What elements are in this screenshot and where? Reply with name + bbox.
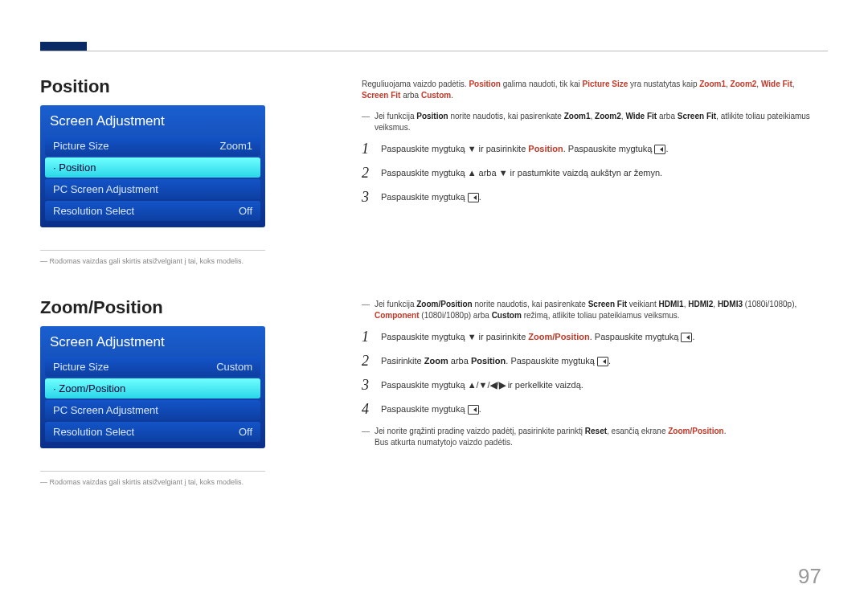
step-number: 4 bbox=[362, 402, 381, 416]
footnote-divider bbox=[40, 471, 265, 472]
menu-row-position[interactable]: · Position bbox=[45, 157, 260, 178]
triangle-up-icon: ▲ bbox=[468, 379, 477, 391]
menu-row-zoom-position[interactable]: · Zoom/Position bbox=[45, 378, 260, 398]
footnote: Rodomas vaizdas gali skirtis atsižvelgia… bbox=[40, 478, 281, 486]
right-column: Reguliuojama vaizdo padėtis. Position ga… bbox=[362, 79, 820, 456]
menu-row-picture-size[interactable]: Picture Size Custom bbox=[45, 357, 260, 377]
menu-row-pc-screen[interactable]: PC Screen Adjustment bbox=[45, 400, 260, 420]
step: 3 Paspauskite mygtuką ▲/▼/◀/▶ ir perkelk… bbox=[362, 378, 820, 392]
step: 1 Paspauskite mygtuką ▼ ir pasirinkite P… bbox=[362, 141, 820, 156]
footnote-divider bbox=[40, 250, 265, 251]
menu-value: Off bbox=[239, 426, 252, 438]
menu-zoom-position: Screen Adjustment Picture Size Custom · … bbox=[40, 326, 265, 448]
enter-icon bbox=[468, 405, 479, 415]
step: 4 Paspauskite mygtuką . bbox=[362, 402, 820, 416]
page-number: 97 bbox=[798, 564, 821, 589]
step-number: 3 bbox=[362, 378, 381, 392]
step-number: 2 bbox=[362, 166, 381, 180]
step-number: 1 bbox=[362, 329, 381, 344]
menu-value: Off bbox=[239, 205, 252, 217]
step-number: 1 bbox=[362, 141, 381, 156]
footnote: Rodomas vaizdas gali skirtis atsižvelgia… bbox=[40, 257, 281, 265]
dash-note: Jei funkcija Zoom/Position norite naudot… bbox=[362, 299, 820, 321]
triangle-up-icon: ▲ bbox=[468, 167, 477, 179]
step: 2 Pasirinkite Zoom arba Position. Paspau… bbox=[362, 353, 820, 368]
step: 2 Paspauskite mygtuką ▲ arba ▼ ir pastum… bbox=[362, 166, 820, 180]
top-accent-bar bbox=[40, 42, 87, 51]
menu-label: PC Screen Adjustment bbox=[53, 404, 158, 416]
menu-label: PC Screen Adjustment bbox=[53, 183, 158, 195]
menu-label: Picture Size bbox=[53, 140, 108, 152]
enter-icon bbox=[681, 333, 692, 342]
intro-paragraph: Reguliuojama vaizdo padėtis. Position ga… bbox=[362, 79, 820, 101]
step-text: Paspauskite mygtuką . bbox=[381, 190, 481, 203]
triangle-down-icon: ▼ bbox=[499, 167, 508, 179]
menu-label: · Zoom/Position bbox=[53, 382, 125, 394]
triangle-left-icon: ◀ bbox=[490, 379, 497, 391]
step-text: Paspauskite mygtuką ▼ ir pasirinkite Pos… bbox=[381, 141, 669, 155]
menu-label: Resolution Select bbox=[53, 205, 134, 217]
left-column: Position Screen Adjustment Picture Size … bbox=[40, 76, 281, 486]
top-divider bbox=[40, 51, 828, 51]
step-text: Paspauskite mygtuką ▼ ir pasirinkite Zoo… bbox=[381, 329, 695, 343]
triangle-down-icon: ▼ bbox=[468, 331, 477, 343]
menu-label: · Position bbox=[53, 161, 96, 174]
menu-position: Screen Adjustment Picture Size Zoom1 · P… bbox=[40, 105, 265, 227]
menu-header: Screen Adjustment bbox=[40, 326, 265, 357]
menu-header: Screen Adjustment bbox=[40, 105, 265, 136]
step-text: Paspauskite mygtuką ▲/▼/◀/▶ ir perkelkit… bbox=[381, 378, 583, 391]
enter-icon bbox=[468, 193, 479, 202]
triangle-down-icon: ▼ bbox=[468, 143, 477, 155]
step: 1 Paspauskite mygtuką ▼ ir pasirinkite Z… bbox=[362, 329, 820, 344]
triangle-right-icon: ▶ bbox=[499, 379, 506, 391]
step-text: Paspauskite mygtuką ▲ arba ▼ ir pastumki… bbox=[381, 166, 662, 179]
menu-row-pc-screen[interactable]: PC Screen Adjustment bbox=[45, 179, 260, 199]
menu-value: Custom bbox=[216, 361, 252, 373]
section-title-zoom-position: Zoom/Position bbox=[40, 297, 281, 318]
triangle-down-icon: ▼ bbox=[479, 379, 488, 391]
menu-label: Resolution Select bbox=[53, 426, 134, 438]
enter-icon bbox=[654, 145, 665, 154]
menu-row-picture-size[interactable]: Picture Size Zoom1 bbox=[45, 136, 260, 156]
dash-note: Jei norite grąžinti pradinę vaizdo padėt… bbox=[362, 426, 820, 448]
section-title-position: Position bbox=[40, 76, 281, 97]
step-number: 2 bbox=[362, 353, 381, 368]
menu-value: Zoom1 bbox=[220, 140, 252, 152]
menu-row-resolution[interactable]: Resolution Select Off bbox=[45, 422, 260, 442]
step-text: Pasirinkite Zoom arba Position. Paspausk… bbox=[381, 353, 611, 367]
menu-label: Picture Size bbox=[53, 361, 108, 373]
step-text: Paspauskite mygtuką . bbox=[381, 402, 481, 415]
dash-note: Jei funkcija Position norite naudotis, k… bbox=[362, 111, 820, 133]
menu-row-resolution[interactable]: Resolution Select Off bbox=[45, 201, 260, 221]
enter-icon bbox=[597, 357, 608, 366]
step: 3 Paspauskite mygtuką . bbox=[362, 190, 820, 204]
step-number: 3 bbox=[362, 190, 381, 204]
